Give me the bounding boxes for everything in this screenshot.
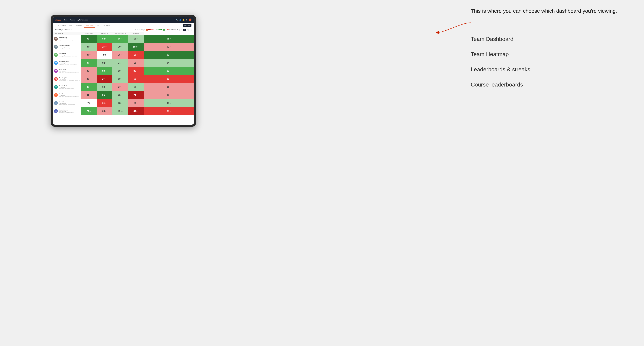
metric-approach: 75 3▼ <box>112 51 128 59</box>
metric-value: 85 <box>167 110 169 112</box>
annotation-item-leaderboards: Leaderboards & streaks <box>471 66 634 73</box>
bell-icon[interactable]: 🔔 <box>182 19 184 21</box>
metric-change: 11▼ <box>136 95 138 96</box>
nav-home[interactable]: Home <box>64 19 68 21</box>
metric-value: 92 <box>167 45 169 48</box>
player-cell[interactable]: DB Dave Billingham 1-5 Handicap Gog Mago… <box>53 59 81 67</box>
table-row[interactable]: EC Edward Crossman 1-5 Handicap Sunningd… <box>53 43 194 51</box>
metric-value: 58 <box>118 110 120 112</box>
metric-putting: 92 3▼ <box>144 43 194 51</box>
nav-teams[interactable]: Teams <box>70 19 75 21</box>
metric-value: 97 <box>167 53 169 56</box>
player-info: Josh Coles 1-5 Handicap Royal North Devo… <box>59 93 80 97</box>
player-cell[interactable]: MM Matt Miller 6-10 Handicap Woburn Golf… <box>53 99 81 107</box>
heatmap-view-button[interactable]: ▦ <box>184 29 186 31</box>
metric-inner: 84 21▼ <box>128 107 144 115</box>
metric-value: 88 <box>134 37 136 40</box>
table-row[interactable]: CQ Charlie Quick 6-10 Handicap St. Georg… <box>53 75 194 83</box>
metric-inner: 93 4▲ <box>81 35 96 43</box>
player-club: St. George's Hill GC - Weybridge - Surre… <box>59 80 80 81</box>
annotation-item-course: Course leaderboards <box>471 81 634 88</box>
last-rounds-button[interactable]: 📅 Last Rounds: 20 <box>166 29 180 31</box>
arrow-indicator <box>436 21 474 35</box>
grid-view-button[interactable]: ⊞ <box>180 29 183 31</box>
metric-value: 94 <box>167 102 169 104</box>
tab-all-players[interactable]: All Players <box>101 23 112 28</box>
player-cell[interactable]: EE Elliot Ebert 1-5 Handicap Sunningdale… <box>53 51 81 59</box>
table-row[interactable]: JC Josh Coles 1-5 Handicap Royal North D… <box>53 91 194 99</box>
metric-putting: 95 9▲ <box>144 35 194 43</box>
metric-change: 14▼ <box>105 78 107 79</box>
edit-icon[interactable]: ✎ <box>71 29 72 30</box>
metric-around_green: 88 2▼ <box>128 99 144 107</box>
metric-value: 89 <box>102 70 105 72</box>
player-name: Edward Crossman <box>59 45 77 46</box>
metric-quality: 93 4▲ <box>81 35 96 43</box>
avatar[interactable]: U <box>189 18 192 21</box>
player-info: Matt Miller 6-10 Handicap Woburn Golf Cl… <box>59 101 75 105</box>
app-logo: clippd <box>55 19 62 21</box>
metric-inner: 85 8▲ <box>112 35 128 43</box>
annotation-area: This is where you can choose which dashb… <box>460 0 644 346</box>
metric-inner: 85 3▼ <box>81 67 96 75</box>
tab-pga[interactable]: PGA <box>68 23 74 28</box>
metric-change: 1▲ <box>121 78 122 79</box>
metric-inner: 88 2▼ <box>128 99 144 107</box>
tab-tour[interactable]: Tour <box>95 23 102 28</box>
table-row[interactable]: AN Aaron Nicholls 11-15 Handicap Drift G… <box>53 107 194 115</box>
player-cell[interactable]: CR Chris Robertson 1-5 Handicap Craigmil… <box>53 83 81 91</box>
settings-icon[interactable]: ⚙ <box>186 19 187 21</box>
table-row[interactable]: CR Chris Robertson 1-5 Handicap Craigmil… <box>53 83 194 91</box>
metric-around_green: 83 6▼ <box>128 75 144 83</box>
table-row[interactable]: DF David Ford Plus Handicap Royal North … <box>53 67 194 75</box>
nav-my-performance[interactable]: My Performance <box>77 19 88 21</box>
metric-putting: 97 5▲ <box>144 51 194 59</box>
player-cell[interactable]: JC Josh Coles 1-5 Handicap Royal North D… <box>53 91 81 99</box>
player-cell[interactable]: EC Edward Crossman 1-5 Handicap Sunningd… <box>53 43 81 51</box>
metric-change: 6▼ <box>137 78 138 79</box>
metric-value: 58 <box>118 102 120 104</box>
add-team-button[interactable]: Add Team <box>183 24 192 27</box>
player-club: Woburn Golf Club, United Kingdom <box>59 104 75 105</box>
metric-off_tee: 61 3▼ <box>96 99 112 107</box>
player-name: Josh Coles <box>59 93 80 95</box>
player-info: Elliot Ebert 1-5 Handicap Sunningdale Go… <box>59 53 77 57</box>
table-row[interactable]: MM Matt Miller 6-10 Handicap Woburn Golf… <box>53 99 194 107</box>
tab-team-clippd[interactable]: Team Clippd <box>84 23 95 28</box>
table-row[interactable]: BM Blair McHarg Plus Handicap Royal Nort… <box>53 35 194 43</box>
metric-off_tee: 73 11▼ <box>96 43 112 51</box>
color-scale <box>148 29 162 30</box>
metric-change: 1▼ <box>137 38 138 39</box>
player-cell[interactable]: BM Blair McHarg Plus Handicap Royal Nort… <box>53 35 81 43</box>
metric-inner: 85 3▼ <box>128 59 144 67</box>
metric-change: 2▲ <box>121 95 122 96</box>
metric-inner: 95 8▲ <box>96 91 112 99</box>
metric-inner: 91 3▼ <box>144 83 194 91</box>
metric-value: 61 <box>102 102 105 104</box>
table-row[interactable]: DB Dave Billingham 1-5 Handicap Gog Mago… <box>53 59 194 67</box>
metric-change: 8▲ <box>105 95 107 96</box>
view-toggles: ⊞ ▦ ≡ ↓ <box>180 29 192 31</box>
metric-inner: 86 6▼ <box>128 51 144 59</box>
metric-change: 3▲ <box>121 70 122 71</box>
export-button[interactable]: ↓ <box>189 29 192 31</box>
table-row[interactable]: EE Elliot Ebert 1-5 Handicap Sunningdale… <box>53 51 194 59</box>
metric-value: 75 <box>118 53 120 56</box>
metric-value: 89 <box>167 94 169 96</box>
metric-change: 3▲ <box>90 86 91 88</box>
metric-inner: 92 3▼ <box>144 43 194 51</box>
player-cell[interactable]: CQ Charlie Quick 6-10 Handicap St. Georg… <box>53 75 81 83</box>
metric-inner: 87 4▲ <box>81 59 96 67</box>
list-view-button[interactable]: ≡ <box>186 29 189 31</box>
player-avatar: EC <box>54 45 58 49</box>
user-icon[interactable]: 👤 <box>179 19 181 21</box>
player-cell[interactable]: DF David Ford Plus Handicap Royal North … <box>53 67 81 75</box>
player-cell[interactable]: AN Aaron Nicholls 11-15 Handicap Drift G… <box>53 107 81 115</box>
player-info: Aaron Nicholls 11-15 Handicap Drift Golf… <box>59 109 74 113</box>
search-icon[interactable]: 🔍 <box>176 19 178 21</box>
tab-hcaps[interactable]: Hcaps 1-5 <box>74 23 84 28</box>
metric-around_green: 88 1▼ <box>128 35 144 43</box>
tab-pgat-players[interactable]: PGAT Players <box>55 23 68 28</box>
metric-inner: 94 1▲ <box>144 59 194 67</box>
tablet-screen: clippd Home Teams My Performance 🔍 👤 🔔 ⚙… <box>53 17 194 125</box>
